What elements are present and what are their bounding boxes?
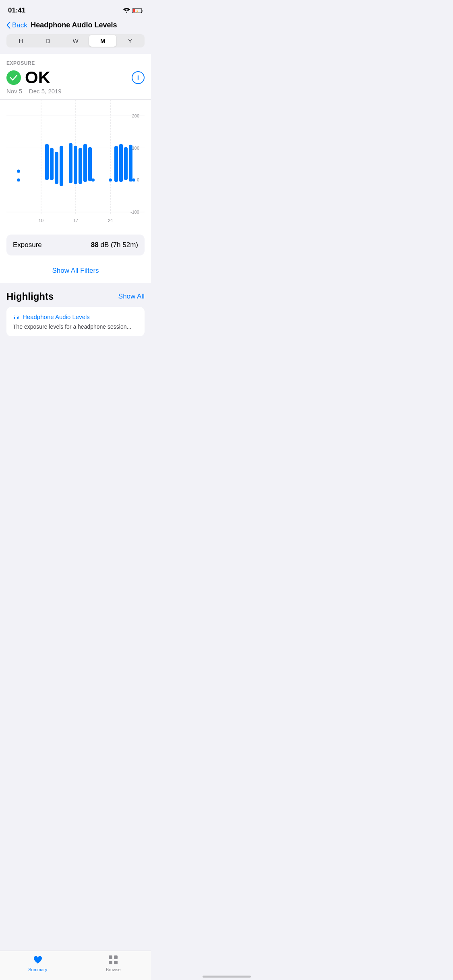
segment-week[interactable]: W [62,35,89,47]
svg-point-19 [17,178,20,181]
status-row: OK i [6,69,145,86]
svg-point-30 [91,178,95,181]
svg-rect-26 [79,148,82,184]
svg-point-36 [132,178,135,181]
highlights-show-all[interactable]: Show All [118,292,145,301]
exposure-card-label: Exposure [13,241,42,249]
main-content: EXPOSURE OK i Nov 5 – Dec 5, 2019 [0,54,151,283]
svg-text:10: 10 [39,218,43,223]
segment-day[interactable]: D [35,35,62,47]
svg-rect-32 [119,144,123,182]
exposure-value-unit: dB (7h 52m) [99,241,138,249]
svg-rect-2 [133,9,135,12]
svg-rect-34 [129,145,132,182]
highlights-header: Highlights Show All [6,291,145,302]
checkmark-icon [10,74,18,81]
svg-text:24: 24 [108,218,113,223]
wifi-icon [123,8,130,13]
exposure-card-value: 88 dB (7h 52m) [91,241,138,249]
highlights-title: Highlights [6,291,54,302]
segment-year[interactable]: Y [116,35,144,47]
exposure-status: OK [25,69,50,86]
svg-rect-1 [142,10,143,12]
svg-rect-24 [69,143,72,183]
headphone-icon [13,314,19,320]
exposure-card: Exposure 88 dB (7h 52m) [6,235,145,255]
highlight-card-text: The exposure levels for a headphone sess… [13,323,138,330]
svg-rect-33 [124,147,128,180]
highlight-card-title: Headphone Audio Levels [23,313,90,320]
svg-rect-23 [60,146,63,186]
back-label: Back [12,21,27,29]
info-icon: i [137,74,139,81]
status-icons: ⚡ [123,8,143,13]
status-bar: 01:41 ⚡ [0,0,151,18]
highlights-section: Highlights Show All Headphone Audio Leve… [0,283,151,336]
nav-bar: Back Headphone Audio Levels [0,18,151,34]
page-title: Headphone Audio Levels [27,21,120,29]
svg-rect-27 [83,144,87,182]
segment-month[interactable]: M [89,35,116,47]
highlight-card: Headphone Audio Levels The exposure leve… [6,307,145,336]
svg-text:17: 17 [73,218,78,223]
highlight-card-header: Headphone Audio Levels [13,313,138,320]
svg-rect-22 [55,152,58,184]
ok-check-circle [6,70,21,85]
exposure-value-number: 88 [91,241,99,249]
svg-text:-100: -100 [130,210,139,214]
svg-text:⚡: ⚡ [135,9,139,13]
show-all-filters-button[interactable]: Show All Filters [6,262,145,283]
segment-hour[interactable]: H [7,35,35,47]
svg-rect-31 [114,146,118,182]
battery-icon: ⚡ [132,8,143,13]
time-range-selector: H D W M Y [0,34,151,54]
svg-text:100: 100 [132,146,139,150]
exposure-section-label: EXPOSURE [6,60,145,66]
svg-point-29 [74,178,77,181]
chart-container: 200 100 0 -100 10 17 24 [0,99,151,228]
svg-point-18 [17,169,20,173]
back-button[interactable]: Back [6,21,27,29]
status-left: OK [6,69,50,86]
svg-rect-25 [74,146,77,184]
svg-rect-21 [50,148,54,180]
segment-control: H D W M Y [6,34,145,47]
chevron-left-icon [6,22,10,29]
svg-rect-28 [88,147,92,181]
info-button[interactable]: i [132,71,145,84]
date-range: Nov 5 – Dec 5, 2019 [6,88,145,95]
status-time: 01:41 [8,6,25,14]
svg-rect-20 [45,144,49,180]
svg-point-35 [109,178,112,181]
audio-level-chart: 200 100 0 -100 10 17 24 [6,100,145,228]
svg-text:0: 0 [137,177,139,182]
svg-text:200: 200 [132,113,139,118]
